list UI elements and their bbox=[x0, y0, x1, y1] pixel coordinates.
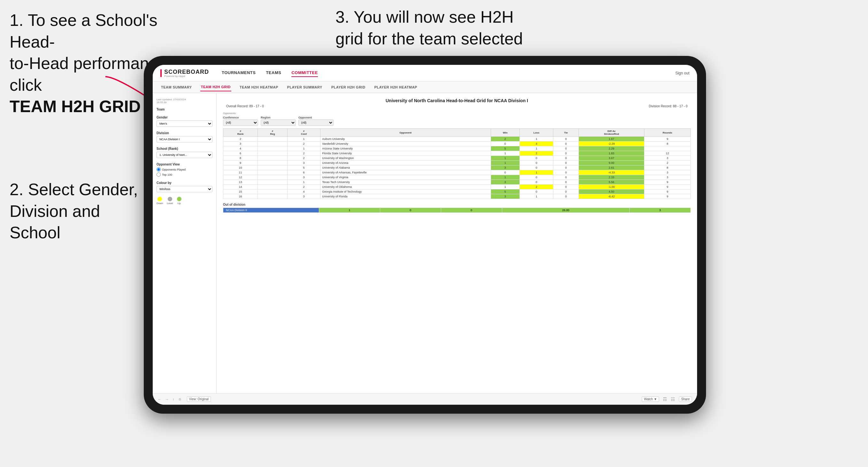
top100-radio[interactable] bbox=[157, 173, 161, 177]
color-legend: Down Level Up bbox=[157, 197, 212, 205]
data-table: #Rank #Reg #Conf Opponent Win Loss Tie D… bbox=[223, 128, 691, 199]
logo-area: SCOREBOARD Powered by clippd bbox=[160, 69, 209, 77]
nav-teams[interactable]: TEAMS bbox=[266, 69, 281, 77]
region-select[interactable]: (All) bbox=[261, 120, 296, 126]
nav-tournaments[interactable]: TOURNAMENTS bbox=[222, 69, 255, 77]
table-records: Overall Record: 89 - 17 - 0 Division Rec… bbox=[223, 104, 691, 108]
opponent-view-radio-group: Opponents Played Top 100 bbox=[157, 167, 212, 177]
col-loss: Loss bbox=[520, 129, 553, 137]
logo-text: SCOREBOARD bbox=[164, 69, 209, 75]
sub-nav-team-summary[interactable]: TEAM SUMMARY bbox=[160, 83, 193, 91]
opponent-played-option[interactable]: Opponents Played bbox=[157, 167, 212, 172]
nav-items: TOURNAMENTS TEAMS COMMITTEE bbox=[222, 69, 675, 77]
step3-line1: 3. You will now see H2H bbox=[336, 8, 514, 26]
out-div-table: NCAA Division II10026.003 bbox=[223, 208, 691, 213]
toolbar-icon-1: ☶ bbox=[663, 397, 667, 402]
table-row: 123University of Virginia1002.333 bbox=[223, 175, 691, 180]
up-label: Up bbox=[177, 202, 181, 205]
gender-select[interactable]: Men's bbox=[157, 120, 212, 127]
nav-committee[interactable]: COMMITTEE bbox=[291, 69, 318, 77]
opponent-filter-label: Opponent bbox=[299, 116, 334, 119]
toolbar-icon-2: ☷ bbox=[671, 397, 675, 402]
level-dot bbox=[168, 197, 172, 201]
school-select[interactable]: 1. University of Nort... bbox=[157, 152, 212, 158]
app-header: SCOREBOARD Powered by clippd TOURNAMENTS… bbox=[153, 65, 697, 82]
table-row: 32Vanderbilt University040-2.298 bbox=[223, 142, 691, 146]
region-filter-label: Region bbox=[261, 116, 296, 119]
share-button[interactable]: Share bbox=[679, 396, 692, 402]
timestamp-time: 16:55:38 bbox=[157, 101, 166, 104]
colour-by-select[interactable]: Win/loss bbox=[157, 186, 212, 192]
sub-nav-team-h2h-grid[interactable]: TEAM H2H GRID bbox=[200, 83, 231, 91]
view-original-button[interactable]: View: Original bbox=[187, 396, 211, 402]
step2-line2: Division and bbox=[9, 202, 100, 220]
watch-button[interactable]: Watch ▼ bbox=[642, 396, 659, 402]
conference-filter-group: Opponents: Conference (All) Region bbox=[223, 112, 334, 126]
team-label: Team bbox=[157, 107, 212, 111]
filter-row: Opponents: Conference (All) Region bbox=[223, 112, 691, 126]
instruction-3: 3. You will now see H2H grid for the tea… bbox=[336, 6, 523, 50]
sub-nav-player-h2h-heatmap[interactable]: PLAYER H2H HEATMAP bbox=[374, 83, 418, 91]
table-row: 93University of Arizona1009.002 bbox=[223, 161, 691, 165]
color-down: Down bbox=[157, 197, 163, 205]
division-select[interactable]: NCAA Division I bbox=[157, 136, 212, 143]
level-label: Level bbox=[167, 202, 173, 205]
team-section: Team bbox=[157, 107, 212, 111]
top100-label: Top 100 bbox=[162, 173, 172, 176]
sub-nav-player-h2h-grid[interactable]: PLAYER H2H GRID bbox=[331, 83, 366, 91]
conference-select[interactable]: (All) bbox=[223, 120, 258, 126]
timestamp-label: Last Updated: 27/03/2024 bbox=[157, 98, 186, 101]
table-row: 116University of Arkansas, Fayetteville0… bbox=[223, 170, 691, 175]
colour-by-section: Colour by Win/loss bbox=[157, 181, 212, 192]
toolbar: ← → ↑ ⛭ View: Original Watch ▼ ☶ ☷ Share bbox=[153, 393, 697, 405]
opponents-label: Opponents: bbox=[223, 112, 236, 115]
conference-filter-label: Conference bbox=[223, 116, 258, 119]
col-conf: #Conf bbox=[287, 129, 320, 137]
table-title: University of North Carolina Head-to-Hea… bbox=[223, 98, 691, 103]
opponent-played-radio[interactable] bbox=[157, 167, 161, 172]
school-label: School (Rank) bbox=[157, 147, 212, 151]
instruction-2: 2. Select Gender, Division and School bbox=[9, 179, 138, 244]
top100-option[interactable]: Top 100 bbox=[157, 173, 212, 177]
sub-nav: TEAM SUMMARY TEAM H2H GRID TEAM H2H HEAT… bbox=[153, 82, 697, 93]
sign-out-button[interactable]: Sign out bbox=[675, 71, 689, 75]
colour-by-label: Colour by bbox=[157, 181, 212, 185]
out-of-division: Out of division NCAA Division II10026.00… bbox=[223, 203, 691, 213]
col-tie: Tie bbox=[553, 129, 579, 137]
logo: SCOREBOARD Powered by clippd bbox=[164, 69, 209, 77]
opponent-view-section: Opponent View Opponents Played Top 100 bbox=[157, 163, 212, 177]
color-level: Level bbox=[167, 197, 173, 205]
table-row: 82University of Washington1003.673 bbox=[223, 156, 691, 161]
step1-line1: 1. To see a School's Head- bbox=[9, 11, 157, 51]
opponent-played-label: Opponents Played bbox=[162, 168, 186, 171]
division-section: Division NCAA Division I bbox=[157, 131, 212, 143]
table-row: 163University of Florida310-6.429 bbox=[223, 194, 691, 199]
col-reg: #Reg bbox=[258, 129, 287, 137]
table-row: 62Florida State University1201.8312 bbox=[223, 151, 691, 156]
timestamp: Last Updated: 27/03/2024 16:55:38 bbox=[157, 98, 212, 104]
step2-line1: 2. Select Gender, bbox=[9, 180, 138, 199]
col-win: Win bbox=[491, 129, 520, 137]
sidebar: Last Updated: 27/03/2024 16:55:38 Team G… bbox=[153, 93, 217, 393]
table-row: 41Arizona State University5102.29 bbox=[223, 146, 691, 151]
division-label: Division bbox=[157, 131, 212, 135]
out-div-row: NCAA Division II10026.003 bbox=[223, 208, 691, 213]
table-row: 131Texas Tech University3005.569 bbox=[223, 180, 691, 185]
division-record: Division Record: 88 - 17 - 0 bbox=[649, 104, 687, 108]
opponent-select[interactable]: (All) bbox=[299, 120, 334, 126]
gender-section: Gender Men's bbox=[157, 116, 212, 127]
opponent-view-label: Opponent View bbox=[157, 163, 212, 166]
logo-bar bbox=[160, 69, 162, 77]
tablet-screen: SCOREBOARD Powered by clippd TOURNAMENTS… bbox=[153, 65, 697, 405]
table-area: University of North Carolina Head-to-Hea… bbox=[217, 93, 697, 393]
overall-record: Overall Record: 89 - 17 - 0 bbox=[226, 104, 264, 108]
sub-nav-team-h2h-heatmap[interactable]: TEAM H2H HEATMAP bbox=[239, 83, 279, 91]
sub-nav-player-summary[interactable]: PLAYER SUMMARY bbox=[286, 83, 323, 91]
out-div-title: Out of division bbox=[223, 203, 691, 206]
table-row: 21Auburn University2101.679 bbox=[223, 137, 691, 142]
main-content: Last Updated: 27/03/2024 16:55:38 Team G… bbox=[153, 93, 697, 393]
col-opponent: Opponent bbox=[320, 129, 491, 137]
step3-line2: grid for the team selected bbox=[336, 29, 523, 48]
col-rounds: Rounds bbox=[644, 129, 691, 137]
color-up: Up bbox=[177, 197, 182, 205]
